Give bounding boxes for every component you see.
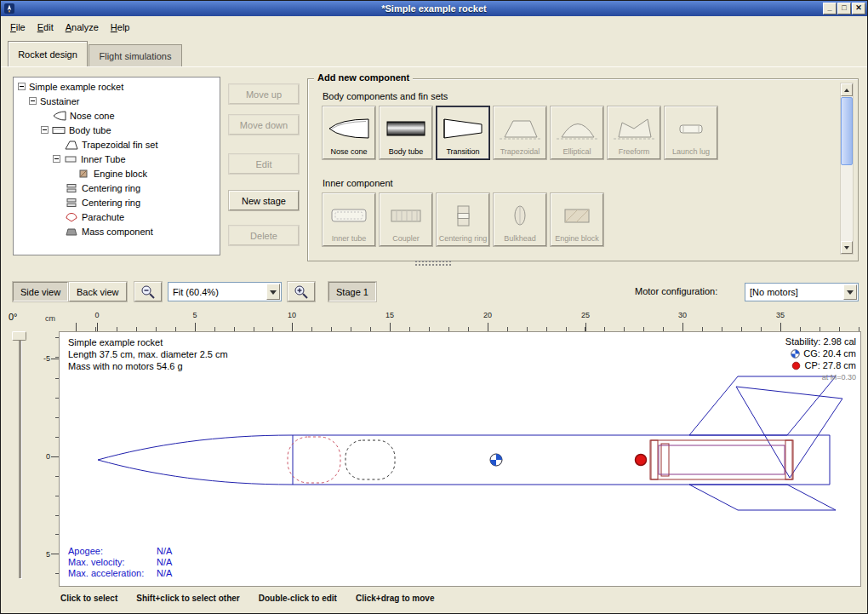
button-label: Elliptical [562, 148, 591, 158]
tree-item-centering-ring-1[interactable]: Centering ring [15, 181, 220, 195]
tree-item-label: Body tube [69, 125, 111, 135]
menu-file[interactable]: File [4, 19, 31, 36]
inner-section-label: Inner component [323, 178, 393, 188]
menu-analyze[interactable]: Analyze [60, 19, 105, 36]
tree-item-engine-block[interactable]: Engine block [15, 166, 220, 181]
inner-tube-icon [64, 154, 77, 164]
chevron-down-icon[interactable] [266, 284, 280, 300]
rocket-info: Simple example rocket Length 37.5 cm, ma… [68, 336, 228, 372]
tree-item-label: Trapezoidal fin set [82, 140, 157, 150]
close-button[interactable]: ✕ [852, 3, 865, 14]
component-tree[interactable]: Simple example rocket Sustainer Nose con… [13, 77, 220, 255]
statusbar: Click to select Shift+click to select ot… [1, 590, 867, 613]
tree-item-mass-component[interactable]: Mass component [15, 224, 220, 238]
body-tube-icon [381, 109, 431, 148]
cg-marker [490, 454, 502, 466]
ruler-tick-label: 5 [192, 311, 197, 319]
tree-item-rocket[interactable]: Simple example rocket [15, 79, 220, 94]
add-body-tube-button[interactable]: Body tube [380, 106, 432, 159]
rotation-slider[interactable] [19, 335, 21, 578]
zoom-out-button[interactable] [134, 282, 162, 301]
scrollbar-thumb[interactable] [841, 97, 853, 165]
tree-item-inner-tube[interactable]: Inner Tube [15, 152, 220, 166]
chevron-down-icon[interactable] [843, 284, 857, 300]
menubar: File Edit Analyze Help [1, 16, 867, 38]
horizontal-ruler: 0 5 10 15 20 25 30 35 [59, 311, 861, 331]
cg-icon [791, 349, 800, 359]
flight-data: Apogee:N/A Max. velocity:N/A Max. accele… [68, 546, 172, 579]
rocket-canvas[interactable]: Simple example rocket Length 37.5 cm, ma… [59, 331, 861, 587]
centering-ring-icon [65, 183, 78, 193]
tree-expander-icon[interactable] [53, 155, 60, 163]
stage-1-toggle[interactable]: Stage 1 [328, 282, 376, 301]
new-stage-label: New stage [242, 196, 286, 206]
nose-cone-icon [53, 111, 66, 121]
new-stage-button[interactable]: New stage [229, 191, 299, 210]
splitter-handle[interactable] [414, 260, 452, 266]
centering-ring-icon [438, 196, 488, 235]
scroll-down-icon[interactable] [841, 241, 853, 254]
tree-expander-icon[interactable] [29, 97, 37, 105]
ruler-tick-label: -5 [43, 354, 50, 363]
transition-icon [438, 109, 488, 148]
add-component-title: Add new component [314, 72, 413, 83]
zoom-combo[interactable]: Fit (60.4%) [168, 282, 282, 301]
mach-note: at M=0.30 [785, 371, 856, 383]
tree-item-parachute[interactable]: Parachute [15, 209, 220, 224]
button-label: Nose cone [330, 148, 367, 158]
cp-marker [636, 455, 647, 466]
scroll-up-icon[interactable] [841, 83, 853, 96]
move-up-label: Move up [246, 89, 282, 100]
fin-top [689, 376, 836, 435]
button-label: Body tube [389, 148, 424, 158]
button-label: Coupler [392, 235, 420, 244]
centering-ring-icon [65, 198, 78, 208]
back-view-button[interactable]: Back view [69, 282, 127, 301]
engine-block-icon [77, 169, 90, 179]
ruler-tick-label: 5 [46, 550, 50, 559]
rotation-slider-thumb[interactable] [12, 331, 26, 341]
tree-item-centering-ring-2[interactable]: Centering ring [15, 195, 220, 209]
inner-tube-icon [324, 196, 374, 235]
ruler-tick-label: 25 [581, 311, 590, 319]
tab-rocket-design[interactable]: Rocket design [8, 41, 88, 66]
add-transition-button[interactable]: Transition [437, 106, 489, 159]
zoom-in-button[interactable] [288, 282, 315, 301]
side-view-button[interactable]: Side view [13, 282, 68, 301]
body-tube-icon [52, 125, 66, 135]
zoom-out-icon [140, 284, 156, 299]
add-panel-scrollbar[interactable] [840, 83, 854, 255]
zoom-in-icon [294, 284, 309, 299]
ruler-unit-label: cm [45, 314, 55, 323]
menu-edit[interactable]: Edit [31, 19, 60, 36]
body-section-label: Body components and fin sets [323, 91, 448, 101]
maximize-button[interactable]: □ [837, 3, 851, 14]
button-label: Launch lug [672, 148, 710, 158]
tree-item-label: Parachute [82, 212, 124, 222]
freeform-fin-icon [609, 109, 659, 148]
tree-item-fin-set[interactable]: Trapezoidal fin set [15, 137, 220, 152]
button-label: Trapezoidal [500, 148, 540, 158]
max-velocity-value: N/A [157, 557, 172, 567]
ruler-tick-label: 10 [288, 311, 296, 319]
tree-item-body-tube[interactable]: Body tube [15, 123, 220, 137]
button-label: Bulkhead [504, 235, 536, 244]
tab-flight-simulations[interactable]: Flight simulations [89, 44, 182, 66]
motor-configuration-value: [No motors] [750, 287, 798, 297]
add-launch-lug-button: Launch lug [665, 106, 717, 159]
add-nose-cone-button[interactable]: Nose cone [323, 106, 375, 159]
elliptical-fin-icon [552, 109, 602, 148]
tree-item-sustainer[interactable]: Sustainer [15, 94, 220, 108]
tree-expander-icon[interactable] [41, 126, 49, 134]
engine-block-icon [552, 196, 602, 235]
motor-configuration-combo[interactable]: [No motors] [745, 283, 859, 301]
bulkhead-icon [495, 196, 545, 235]
ruler-tick-label: 20 [483, 311, 492, 319]
titlebar[interactable]: *Simple example rocket _ □ ✕ [1, 1, 867, 16]
mass-component-outline [345, 440, 395, 479]
view-toolbar: Side view Back view Fit (60.4%) Stage 1 … [1, 273, 867, 309]
minimize-button[interactable]: _ [823, 3, 837, 14]
tree-expander-icon[interactable] [18, 83, 26, 90]
menu-help[interactable]: Help [105, 19, 136, 36]
tree-item-nose-cone[interactable]: Nose cone [15, 108, 220, 123]
